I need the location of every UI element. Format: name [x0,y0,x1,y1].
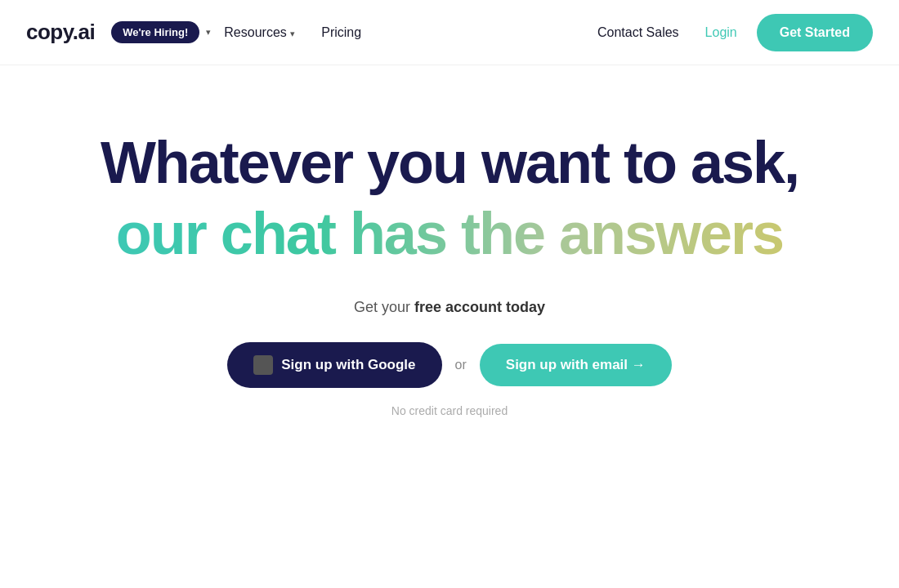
hiring-dropdown-trigger[interactable]: ▾ [203,22,214,42]
hero-subtext: Get your free account today [354,299,545,316]
hero-section: Whatever you want to ask, our chat has t… [0,65,899,450]
nav-links: Resources ▾ Pricing [214,20,591,45]
free-account-strong: free account today [414,299,545,315]
sign-up-google-button[interactable]: Sign up with Google [227,342,441,388]
pricing-nav-item[interactable]: Pricing [311,20,371,45]
get-started-button[interactable]: Get Started [757,14,873,51]
contact-sales-button[interactable]: Contact Sales [591,20,686,45]
sign-up-email-button[interactable]: Sign up with email → [480,344,672,386]
logo-text: copy.ai [26,20,95,45]
navbar: copy.ai We're Hiring! ▾ Resources ▾ Pric… [0,0,899,65]
hiring-badge: We're Hiring! [111,21,199,43]
hero-headline-line2-text: our chat has the answers [116,201,783,266]
resources-nav-item[interactable]: Resources ▾ [214,20,305,45]
google-icon [253,355,273,375]
hero-headline-line1: Whatever you want to ask, [101,131,798,195]
no-credit-card-text: No credit card required [391,404,508,417]
or-label: or [455,358,467,372]
chevron-down-icon: ▾ [206,27,211,38]
cta-row: Sign up with Google or Sign up with emai… [227,342,672,388]
nav-right: Contact Sales Login Get Started [591,14,873,51]
login-button[interactable]: Login [699,20,744,45]
resources-chevron-icon: ▾ [290,29,295,38]
logo-link[interactable]: copy.ai [26,20,95,45]
hero-headline-line2: our chat has the answers [116,202,783,266]
